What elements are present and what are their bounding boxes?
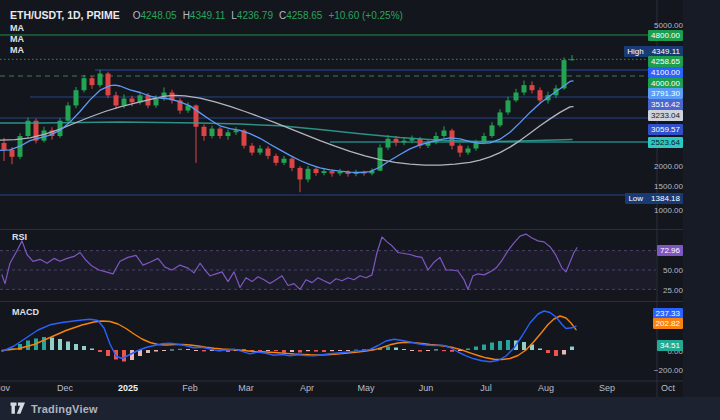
candle-body	[10, 150, 15, 157]
macd-histogram-bar	[170, 350, 174, 351]
high-value: 4349.11	[190, 10, 225, 21]
price-tick-label: 5000.00	[654, 20, 683, 31]
time-axis-label-jun: Jun	[419, 383, 434, 393]
price-label-badge: 202.82	[653, 318, 683, 329]
candle-body	[234, 130, 239, 132]
macd-histogram-bar	[274, 350, 278, 351]
tradingview-brand-text[interactable]: TradingView	[31, 403, 98, 415]
macd-histogram-bar	[314, 350, 318, 352]
price-label-badge: 3059.57	[648, 124, 683, 135]
time-axis-label-feb: Feb	[182, 383, 198, 393]
macd-histogram-bar	[410, 350, 414, 351]
candle-body	[90, 78, 95, 85]
time-axis-label-sep: Sep	[599, 383, 615, 393]
candle-body	[226, 132, 231, 136]
macd-histogram-bar	[162, 350, 166, 351]
candle-body	[538, 90, 543, 100]
macd-histogram-bar	[450, 350, 454, 352]
candle-body	[130, 99, 135, 103]
price-label-badge: 34.51	[657, 340, 683, 351]
candle-body	[514, 93, 519, 101]
macd-histogram-bar	[546, 350, 550, 353]
macd-histogram-bar	[330, 350, 334, 351]
rsi-pane-label[interactable]: RSI	[12, 232, 27, 242]
macd-histogram-bar	[490, 343, 494, 351]
macd-histogram-bar	[146, 350, 150, 353]
price-label-badge: 3791.30	[648, 88, 683, 99]
candle-body	[154, 99, 159, 106]
tradingview-chart-app: ETH/USDT, 1D, PRIMEO4248.05H4349.11L4236…	[0, 0, 720, 420]
macd-histogram-bar	[74, 344, 78, 350]
macd-histogram-bar	[130, 350, 134, 360]
macd-histogram-bar	[338, 350, 342, 351]
candle-body	[210, 129, 215, 136]
macd-histogram-bar	[498, 341, 502, 350]
close-value: 4258.65	[286, 10, 322, 21]
symbol-title[interactable]: ETH/USDT, 1D, PRIME	[10, 9, 120, 21]
macd-histogram-bar	[442, 350, 446, 351]
price-label-badge: 3516.42	[648, 99, 683, 110]
price-label-prefix: High	[627, 47, 643, 56]
macd-histogram-bar	[282, 350, 286, 353]
candle-body	[274, 156, 279, 163]
open-value: 4248.05	[140, 10, 176, 21]
chart-canvas[interactable]	[0, 0, 720, 397]
time-axis-label-apr: Apr	[300, 383, 314, 393]
tradingview-logo-icon[interactable]	[10, 402, 26, 415]
candle-body	[442, 130, 447, 136]
candle-body	[394, 139, 399, 143]
candle-body	[82, 78, 87, 90]
macd-histogram-bar	[562, 350, 566, 355]
time-axis-label-2025: 2025	[118, 383, 138, 393]
price-label-prefix: Low	[628, 194, 643, 203]
candle-body	[466, 148, 471, 152]
macd-pane-label[interactable]: MACD	[12, 307, 39, 317]
time-axis-label-nov: Nov	[0, 383, 10, 393]
price-tick-label: 2000.00	[654, 161, 683, 172]
ma-indicator-label-2[interactable]: MA	[10, 34, 24, 44]
candle-body	[522, 85, 527, 92]
symbol-legend[interactable]: ETH/USDT, 1D, PRIMEO4248.05H4349.11L4236…	[10, 9, 403, 21]
candle-body	[290, 159, 295, 168]
candle-body	[490, 125, 495, 136]
price-label-badge: 3233.04	[648, 110, 683, 121]
candle-body	[106, 74, 111, 96]
macd-histogram-bar	[402, 349, 406, 350]
macd-histogram-bar	[322, 350, 326, 352]
macd-histogram-bar	[66, 342, 70, 351]
price-tick-label: 1500.00	[654, 181, 683, 192]
macd-histogram-bar	[538, 349, 542, 351]
macd-histogram-bar	[266, 350, 270, 351]
price-tick-label: 25.00	[663, 285, 683, 296]
time-axis-label-may: May	[357, 383, 374, 393]
macd-histogram-bar	[570, 347, 574, 350]
price-label-badge: 4258.65	[648, 56, 683, 67]
macd-histogram-bar	[50, 338, 54, 351]
macd-histogram-bar	[298, 350, 302, 353]
candle-body	[282, 159, 287, 163]
price-tick-label: 50.00	[663, 265, 683, 276]
candle-body	[66, 105, 71, 120]
low-value: 4236.79	[237, 10, 273, 21]
macd-histogram-bar	[386, 347, 390, 351]
change-value: +10.60 (+0.25%)	[328, 10, 403, 21]
candle-body	[74, 90, 79, 105]
macd-histogram-bar	[90, 349, 94, 351]
price-label-badge: 4000.00	[648, 78, 683, 89]
macd-histogram-bar	[194, 350, 198, 351]
macd-histogram-bar	[522, 342, 526, 350]
macd-histogram-bar	[418, 350, 422, 352]
ma-indicator-label-3[interactable]: MA	[10, 45, 24, 55]
candle-body	[2, 143, 7, 150]
macd-histogram-bar	[122, 350, 126, 362]
candle-body	[42, 130, 47, 140]
macd-histogram-bar	[98, 350, 102, 352]
macd-histogram-bar	[82, 346, 86, 350]
macd-histogram-bar	[466, 349, 470, 351]
candle-body	[314, 169, 319, 173]
candle-body	[202, 127, 207, 136]
footer-bar: TradingView	[0, 397, 720, 420]
ma-indicator-label-1[interactable]: MA	[10, 23, 24, 33]
macd-histogram-bar	[426, 350, 430, 351]
high-label: H	[183, 10, 190, 21]
